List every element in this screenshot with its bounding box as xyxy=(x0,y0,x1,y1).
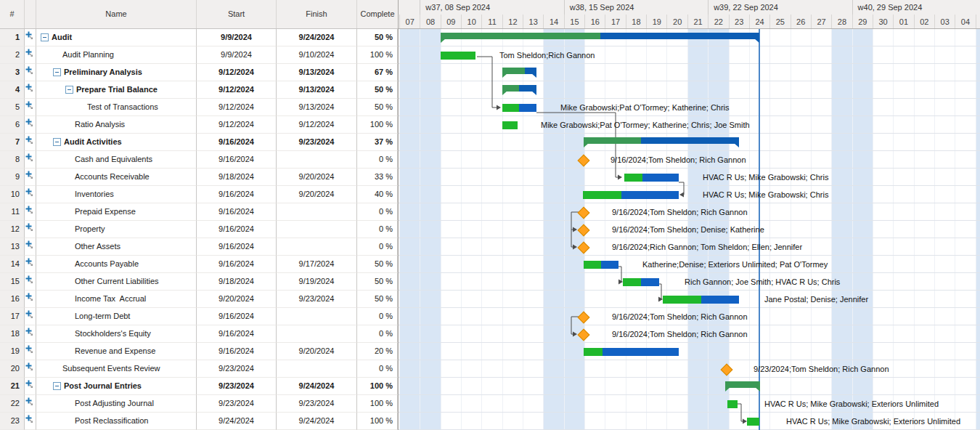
column-header-finish[interactable]: Finish xyxy=(277,0,357,28)
table-chart-splitter[interactable] xyxy=(398,0,399,430)
column-header-number[interactable]: # xyxy=(0,0,25,28)
task-name-cell[interactable]: Accounts Payable xyxy=(36,256,197,273)
task-name-cell[interactable]: Prepaid Expense xyxy=(36,203,197,221)
task-finish-cell[interactable]: 9/12/2024 xyxy=(277,116,357,134)
task-name-cell[interactable]: Accounts Receivable xyxy=(36,169,197,186)
task-start-cell[interactable]: 9/12/2024 xyxy=(197,64,277,81)
task-row[interactable]: 16Income Tax Accrual9/20/20249/23/202450… xyxy=(0,291,398,308)
task-complete-cell[interactable]: 100 % xyxy=(357,116,398,134)
task-row[interactable]: 17Long-term Debt9/16/20240 % xyxy=(0,308,398,325)
task-complete-cell[interactable]: 0 % xyxy=(357,308,398,325)
task-start-cell[interactable]: 9/18/2024 xyxy=(197,169,277,186)
column-header-complete[interactable]: Complete xyxy=(357,0,398,28)
task-finish-cell[interactable]: 9/24/2024 xyxy=(277,378,357,395)
task-name-cell[interactable]: Inventories xyxy=(36,186,197,203)
task-finish-cell[interactable] xyxy=(277,221,357,238)
collapse-toggle-icon[interactable] xyxy=(65,86,73,94)
task-complete-cell[interactable]: 50 % xyxy=(357,99,398,116)
task-finish-cell[interactable]: 9/19/2024 xyxy=(277,273,357,291)
task-start-cell[interactable]: 9/18/2024 xyxy=(197,273,277,291)
task-name-cell[interactable]: Audit Planning xyxy=(36,46,197,64)
task-complete-cell[interactable]: 0 % xyxy=(357,151,398,169)
task-start-cell[interactable]: 9/16/2024 xyxy=(197,221,277,238)
task-complete-cell[interactable]: 40 % xyxy=(357,186,398,203)
task-row[interactable]: 5Test of Transactions9/12/20249/13/20245… xyxy=(0,99,398,116)
task-name-cell[interactable]: Cash and Equivalents xyxy=(36,151,197,169)
task-start-cell[interactable]: 9/23/2024 xyxy=(197,360,277,378)
task-start-cell[interactable]: 9/24/2024 xyxy=(197,413,277,430)
task-row[interactable]: 6Ratio Analysis9/12/20249/12/2024100 % xyxy=(0,116,398,134)
task-complete-cell[interactable]: 100 % xyxy=(357,395,398,413)
task-complete-cell[interactable]: 67 % xyxy=(357,64,398,81)
task-start-cell[interactable]: 9/16/2024 xyxy=(197,186,277,203)
task-complete-cell[interactable]: 50 % xyxy=(357,291,398,308)
task-start-cell[interactable]: 9/23/2024 xyxy=(197,378,277,395)
column-header-name[interactable]: Name xyxy=(36,0,197,28)
task-finish-cell[interactable]: 9/13/2024 xyxy=(277,64,357,81)
task-finish-cell[interactable] xyxy=(277,325,357,343)
collapse-toggle-icon[interactable] xyxy=(53,138,61,146)
task-name-cell[interactable]: Preliminary Analysis xyxy=(36,64,197,81)
task-complete-cell[interactable]: 0 % xyxy=(357,238,398,256)
task-name-cell[interactable]: Subsequent Events Review xyxy=(36,360,197,378)
collapse-toggle-icon[interactable] xyxy=(41,33,49,41)
task-name-cell[interactable]: Revenue and Expense xyxy=(36,343,197,360)
collapse-toggle-icon[interactable] xyxy=(53,68,61,76)
task-start-cell[interactable]: 9/20/2024 xyxy=(197,291,277,308)
task-start-cell[interactable]: 9/12/2024 xyxy=(197,116,277,134)
task-name-cell[interactable]: Other Current Liabilities xyxy=(36,273,197,291)
task-complete-cell[interactable]: 0 % xyxy=(357,360,398,378)
task-row[interactable]: 3Preliminary Analysis9/12/20249/13/20246… xyxy=(0,64,398,81)
task-complete-cell[interactable]: 50 % xyxy=(357,273,398,291)
task-finish-cell[interactable]: 9/24/2024 xyxy=(277,29,357,46)
task-start-cell[interactable]: 9/9/2024 xyxy=(197,29,277,46)
task-start-cell[interactable]: 9/23/2024 xyxy=(197,395,277,413)
task-complete-cell[interactable]: 37 % xyxy=(357,134,398,151)
task-finish-cell[interactable]: 9/17/2024 xyxy=(277,256,357,273)
task-name-cell[interactable]: Post Journal Entries xyxy=(36,378,197,395)
task-finish-cell[interactable]: 9/13/2024 xyxy=(277,81,357,99)
task-start-cell[interactable]: 9/12/2024 xyxy=(197,99,277,116)
task-complete-cell[interactable]: 50 % xyxy=(357,81,398,99)
task-complete-cell[interactable]: 100 % xyxy=(357,46,398,64)
task-start-cell[interactable]: 9/9/2024 xyxy=(197,46,277,64)
task-row[interactable]: 14Accounts Payable9/16/20249/17/202450 % xyxy=(0,256,398,273)
task-row[interactable]: 2Audit Planning9/9/20249/10/2024100 % xyxy=(0,46,398,64)
task-finish-cell[interactable]: 9/13/2024 xyxy=(277,99,357,116)
task-start-cell[interactable]: 9/16/2024 xyxy=(197,256,277,273)
task-start-cell[interactable]: 9/16/2024 xyxy=(197,325,277,343)
task-finish-cell[interactable]: 9/10/2024 xyxy=(277,46,357,64)
task-finish-cell[interactable]: 9/23/2024 xyxy=(277,395,357,413)
task-start-cell[interactable]: 9/16/2024 xyxy=(197,308,277,325)
task-complete-cell[interactable]: 0 % xyxy=(357,325,398,343)
task-finish-cell[interactable]: 9/23/2024 xyxy=(277,291,357,308)
task-finish-cell[interactable]: 9/20/2024 xyxy=(277,186,357,203)
task-row[interactable]: 13Other Assets9/16/20240 % xyxy=(0,238,398,256)
task-complete-cell[interactable]: 50 % xyxy=(357,29,398,46)
task-row[interactable]: 18Stockholders's Equity9/16/20240 % xyxy=(0,325,398,343)
task-name-cell[interactable]: Stockholders's Equity xyxy=(36,325,197,343)
task-complete-cell[interactable]: 100 % xyxy=(357,413,398,430)
task-finish-cell[interactable] xyxy=(277,360,357,378)
task-start-cell[interactable]: 9/16/2024 xyxy=(197,151,277,169)
task-row[interactable]: 21Post Journal Entries9/23/20249/24/2024… xyxy=(0,378,398,395)
task-row[interactable]: 7Audit Activities9/16/20249/23/202437 % xyxy=(0,134,398,151)
collapse-toggle-icon[interactable] xyxy=(53,382,61,390)
task-name-cell[interactable]: Ratio Analysis xyxy=(36,116,197,134)
task-finish-cell[interactable] xyxy=(277,151,357,169)
task-row[interactable]: 20Subsequent Events Review9/23/20240 % xyxy=(0,360,398,378)
task-finish-cell[interactable]: 9/24/2024 xyxy=(277,413,357,430)
task-finish-cell[interactable] xyxy=(277,203,357,221)
task-name-cell[interactable]: Other Assets xyxy=(36,238,197,256)
task-start-cell[interactable]: 9/16/2024 xyxy=(197,134,277,151)
task-name-cell[interactable]: Post Reclassification xyxy=(36,413,197,430)
task-start-cell[interactable]: 9/12/2024 xyxy=(197,81,277,99)
task-finish-cell[interactable] xyxy=(277,308,357,325)
task-row[interactable]: 4Prepare Trial Balance9/12/20249/13/2024… xyxy=(0,81,398,99)
task-row[interactable]: 23Post Reclassification9/24/20249/24/202… xyxy=(0,413,398,430)
task-row[interactable]: 9Accounts Receivable9/18/20249/20/202433… xyxy=(0,169,398,186)
task-name-cell[interactable]: Property xyxy=(36,221,197,238)
task-complete-cell[interactable]: 100 % xyxy=(357,378,398,395)
task-complete-cell[interactable]: 0 % xyxy=(357,221,398,238)
task-name-cell[interactable]: Post Adjusting Journal xyxy=(36,395,197,413)
